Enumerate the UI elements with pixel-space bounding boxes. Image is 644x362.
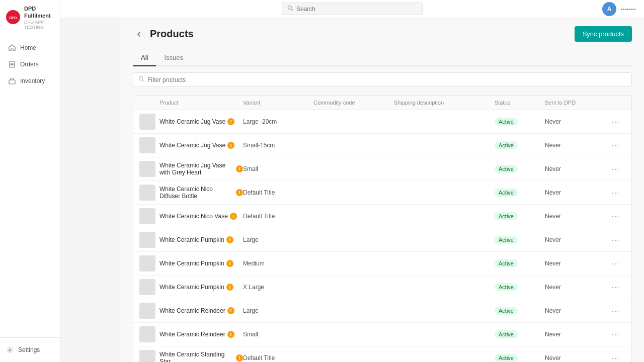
status-cell: Active [495, 212, 545, 220]
product-name: White Ceramic Pumpkin ! [159, 260, 243, 267]
info-icon: ! [227, 307, 234, 314]
tab-issues[interactable]: Issues [156, 50, 191, 66]
more-options-button[interactable]: ⋯ [605, 188, 625, 198]
product-thumb [139, 161, 159, 177]
more-options-button[interactable]: ⋯ [605, 212, 625, 221]
table-row: White Ceramic Pumpkin ! X Large Active N… [133, 276, 631, 299]
search-bar[interactable] [282, 3, 423, 15]
status-badge: Active [495, 236, 518, 244]
filter-bar[interactable] [133, 72, 632, 87]
product-thumb [139, 255, 159, 272]
status-cell: Active [495, 259, 545, 267]
sent-to-dpd: Never [545, 284, 605, 291]
svg-point-8 [288, 6, 292, 10]
info-icon: ! [230, 213, 237, 220]
table-row: White Ceramic Jug Vase ! Small-15cm Acti… [133, 134, 631, 157]
product-variant: Default Title [243, 213, 313, 220]
product-name: White Ceramic Nico Diffuser Bottle ! [159, 186, 243, 200]
sent-to-dpd: Never [545, 236, 605, 243]
sent-to-dpd: Never [545, 260, 605, 267]
status-badge: Active [495, 259, 518, 267]
info-icon: ! [226, 236, 233, 243]
product-variant: Large -20cm [243, 118, 313, 125]
sent-to-dpd: Never [545, 189, 605, 196]
status-cell: Active [495, 330, 545, 338]
search-icon [287, 5, 293, 13]
more-options-button[interactable]: ⋯ [605, 306, 625, 316]
orders-icon [8, 60, 16, 68]
product-variant: Medium [243, 260, 313, 267]
sent-to-dpd: Never [545, 142, 605, 149]
table-row: White Ceramic Pumpkin ! Medium Active Ne… [133, 252, 631, 276]
more-options-button[interactable]: ⋯ [605, 283, 625, 292]
table-row: White Ceramic Nico Diffuser Bottle ! Def… [133, 181, 631, 205]
product-thumb [139, 350, 159, 362]
page-title: Products [150, 28, 194, 40]
inventory-icon [8, 77, 16, 85]
product-name: White Ceramic Jug Vase with Grey Heart ! [159, 162, 243, 176]
product-name: White Ceramic Pumpkin ! [159, 284, 243, 291]
product-name: White Ceramic Standing Star ! [159, 351, 243, 362]
filter-search-icon [138, 76, 144, 83]
product-thumb [139, 303, 159, 319]
sidebar-logo: DPD DPD Fulfilment DPD APP TESTING [0, 0, 60, 35]
tabs: All Issues [133, 50, 632, 66]
filter-products-input[interactable] [147, 76, 626, 83]
info-icon: ! [227, 142, 234, 149]
product-variant: Small-15cm [243, 142, 313, 149]
back-button[interactable] [133, 28, 145, 40]
status-badge: Active [495, 165, 518, 173]
more-options-button[interactable]: ⋯ [605, 164, 625, 174]
info-icon: ! [227, 118, 234, 125]
sync-products-button[interactable]: Sync products [575, 26, 632, 42]
avatar: A [602, 2, 616, 16]
table-body: White Ceramic Jug Vase ! Large -20cm Act… [133, 110, 631, 362]
status-badge: Active [495, 354, 518, 362]
product-name: White Ceramic Jug Vase ! [159, 118, 243, 125]
more-options-button[interactable]: ⋯ [605, 353, 625, 363]
status-badge: Active [495, 141, 518, 149]
info-icon: ! [236, 165, 243, 172]
product-variant: Small [243, 331, 313, 338]
sidebar-bottom: Settings [0, 337, 60, 362]
sidebar-nav: Home Orders Inventory [0, 35, 60, 337]
info-icon: ! [227, 331, 234, 338]
sidebar-item-home[interactable]: Home [2, 40, 58, 56]
sidebar-logo-sub: DPD APP TESTING [24, 20, 54, 30]
status-cell: Active [495, 165, 545, 173]
product-name: White Ceramic Reindeer ! [159, 307, 243, 314]
status-badge: Active [495, 189, 518, 197]
sidebar-inventory-label: Inventory [20, 77, 45, 84]
status-badge: Active [495, 212, 518, 220]
svg-point-7 [9, 349, 11, 351]
info-icon: ! [236, 189, 243, 196]
status-badge: Active [495, 283, 518, 291]
sidebar-item-settings[interactable]: Settings [0, 342, 60, 358]
table-header: Product Variant Commodity code Shipping … [133, 96, 631, 110]
tab-all[interactable]: All [133, 50, 156, 66]
status-cell: Active [495, 236, 545, 244]
more-options-button[interactable]: ⋯ [605, 117, 625, 127]
more-options-button[interactable]: ⋯ [605, 259, 625, 268]
username-text: •••••••• [620, 6, 636, 12]
page-header: Products Sync products [133, 26, 632, 42]
products-table: Product Variant Commodity code Shipping … [133, 95, 632, 362]
sidebar-item-orders[interactable]: Orders [2, 56, 58, 72]
more-options-button[interactable]: ⋯ [605, 235, 625, 245]
page-header-left: Products [133, 28, 194, 40]
product-thumb [139, 326, 159, 342]
sidebar-logo-name: DPD Fulfilment [24, 5, 54, 20]
col-header-status: Status [495, 100, 545, 106]
search-input[interactable] [296, 6, 417, 13]
info-icon: ! [236, 354, 243, 361]
product-thumb [139, 279, 159, 295]
sent-to-dpd: Never [545, 307, 605, 314]
product-thumb [139, 232, 159, 248]
more-options-button[interactable]: ⋯ [605, 141, 625, 150]
topbar: A •••••••• [60, 0, 644, 18]
product-variant: Large [243, 307, 313, 314]
status-cell: Active [495, 141, 545, 149]
more-options-button[interactable]: ⋯ [605, 330, 625, 339]
sidebar-item-inventory[interactable]: Inventory [2, 73, 58, 89]
table-row: White Ceramic Standing Star ! Default Ti… [133, 346, 631, 362]
